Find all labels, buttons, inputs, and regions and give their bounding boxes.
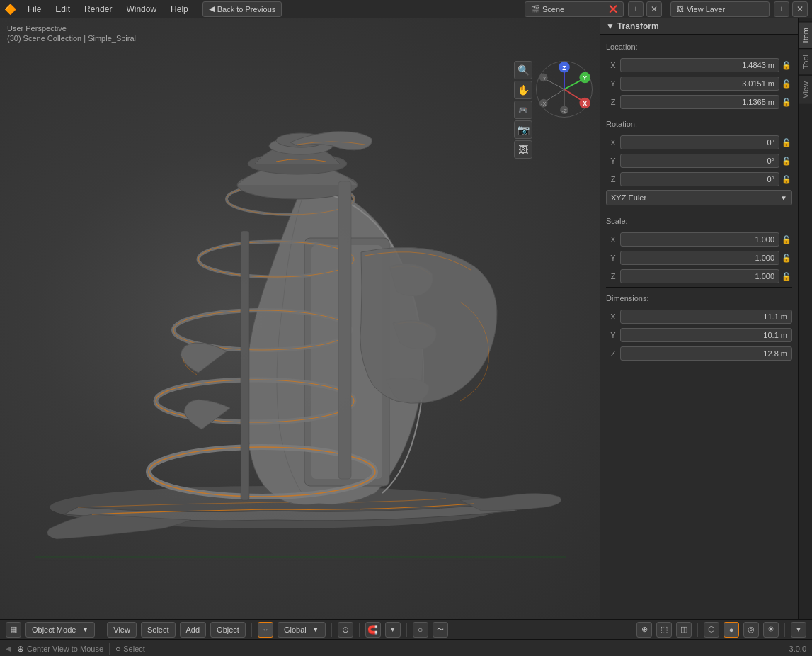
separator-3 (331, 623, 332, 637)
wireframe-btn[interactable]: ⬡ (704, 622, 719, 638)
transform-header[interactable]: ▼ Transform (600, 18, 798, 35)
proportional-toggle[interactable]: ○ (413, 622, 428, 638)
dim-x-row: X 11.1 m (606, 309, 792, 324)
svg-text:-Z: -Z (561, 108, 567, 114)
loc-z-input[interactable]: 1.1365 m (620, 95, 779, 109)
transform-orient-selector[interactable]: Global ▼ (278, 622, 326, 638)
loc-y-lock[interactable]: 🔓 (781, 79, 792, 89)
rot-z-input[interactable]: 0° (620, 172, 779, 186)
rendered-btn[interactable]: ☀ (763, 622, 779, 638)
rot-z-lock[interactable]: 🔓 (781, 175, 792, 184)
viewport-overlays-btn[interactable]: ⬚ (656, 622, 672, 638)
view-layer-add-icon: + (779, 4, 784, 14)
view-layer-close-btn[interactable]: ✕ (792, 1, 808, 17)
scale-z-lock[interactable]: 🔓 (781, 272, 792, 281)
view-layer-selector[interactable]: 🖼 View Layer (670, 1, 770, 17)
center-view-shortcut: ⊕ Center View to Mouse (17, 644, 103, 654)
rotation-mode-select[interactable]: XYZ Euler ▼ (606, 190, 792, 205)
menu-window[interactable]: Window (120, 3, 162, 16)
tool-camera[interactable]: 📷 (514, 120, 532, 139)
rotation-x-row: X 0° 🔓 (606, 135, 792, 150)
solid-btn[interactable]: ● (724, 622, 739, 638)
scene-arrow: ❌ (609, 5, 617, 13)
loc-z-lock[interactable]: 🔓 (781, 98, 792, 107)
view-layer-add-btn[interactable]: + (774, 1, 789, 17)
dim-x-input[interactable]: 11.1 m (620, 310, 792, 324)
tool-zoom-in[interactable]: 🔍 (514, 61, 532, 79)
mode-icon[interactable]: ▦ (6, 622, 21, 638)
shading-options-icon: ▼ (795, 626, 802, 633)
menu-edit[interactable]: Edit (50, 3, 76, 16)
scale-x-input[interactable]: 1.000 (620, 232, 779, 247)
title-bar: 🔶 File Edit Render Window Help ◀ Back to… (0, 0, 812, 18)
select-menu[interactable]: Select (141, 622, 176, 638)
snap-toggle[interactable]: 🧲 (365, 622, 381, 638)
gizmo-circle[interactable]: Z Y X -X (536, 61, 593, 118)
panel-resize-handle[interactable] (600, 18, 600, 619)
tool-render-preview[interactable]: 🖼 (514, 140, 532, 159)
scale-y-lock[interactable]: 🔓 (781, 254, 792, 263)
scale-y-input[interactable]: 1.000 (620, 251, 779, 265)
rotation-mode-label: XYZ Euler (611, 193, 646, 202)
3d-viewport[interactable]: User Perspective (30) Scene Collection |… (0, 18, 600, 619)
material-preview-btn[interactable]: ◎ (743, 622, 759, 638)
add-menu[interactable]: Add (180, 622, 207, 638)
svg-line-36 (545, 89, 564, 102)
tab-tool[interactable]: Tool (799, 48, 813, 74)
blender-logo: 🔶 (4, 4, 16, 15)
location-x-row: X 1.4843 m 🔓 (606, 57, 792, 73)
rot-y-label: Y (606, 157, 620, 165)
orient-arrow: ▼ (312, 626, 319, 633)
rotation-y-row: Y 0° 🔓 (606, 153, 792, 169)
rot-z-label: Z (606, 175, 620, 183)
tab-view[interactable]: View (799, 75, 813, 104)
snap-settings[interactable]: ▼ (385, 622, 401, 638)
dim-y-input[interactable]: 10.1 m (620, 328, 792, 342)
dim-z-input[interactable]: 12.8 m (620, 346, 792, 361)
back-to-previous-button[interactable]: ◀ Back to Previous (202, 1, 282, 17)
menu-file[interactable]: File (22, 3, 47, 16)
loc-x-input[interactable]: 1.4843 m (620, 58, 779, 72)
rot-y-input[interactable]: 0° (620, 154, 779, 168)
svg-rect-17 (338, 181, 351, 479)
viewport-overlays-icon: ⬚ (661, 625, 668, 634)
transform-gizmo-toggle[interactable]: ↔ (258, 622, 273, 638)
viewport-gizmos-btn[interactable]: ⊕ (636, 622, 652, 638)
scale-x-lock[interactable]: 🔓 (781, 235, 792, 244)
rotation-section-label: Rotation: (606, 120, 637, 128)
proportional-settings[interactable]: 〜 (433, 622, 448, 638)
viewport-xray-btn[interactable]: ◫ (676, 622, 692, 638)
loc-y-input[interactable]: 3.0151 m (620, 77, 779, 91)
tool-orbit[interactable]: 🎮 (514, 101, 532, 119)
tool-pan[interactable]: ✋ (514, 81, 532, 99)
rotation-label-row: Rotation: (606, 116, 792, 132)
location-y-row: Y 3.0151 m 🔓 (606, 76, 792, 91)
loc-x-lock[interactable]: 🔓 (781, 61, 792, 70)
object-mode-selector[interactable]: Object Mode ▼ (25, 622, 95, 638)
scene-close-btn[interactable]: ✕ (646, 1, 662, 17)
object-menu[interactable]: Object (210, 622, 246, 638)
scene-add-btn[interactable]: + (628, 1, 644, 17)
scale-y-row: Y 1.000 🔓 (606, 250, 792, 266)
scale-x-label: X (606, 235, 620, 244)
scale-z-input[interactable]: 1.000 (620, 269, 779, 283)
scene-selector[interactable]: 🎬 Scene ❌ (525, 1, 624, 17)
view-menu[interactable]: View (107, 622, 137, 638)
scale-z-row: Z 1.000 🔓 (606, 268, 792, 284)
rot-y-lock[interactable]: 🔓 (781, 157, 792, 166)
tab-item[interactable]: Item (799, 21, 813, 48)
menu-render[interactable]: Render (79, 3, 118, 16)
scale-x-row: X 1.000 🔓 (606, 232, 792, 247)
rot-x-lock[interactable]: 🔓 (781, 138, 792, 147)
rot-x-input[interactable]: 0° (620, 135, 779, 149)
shading-options-btn[interactable]: ▼ (791, 622, 806, 638)
viewport[interactable]: User Perspective (30) Scene Collection |… (0, 18, 600, 619)
pivot-selector[interactable]: ⊙ (338, 622, 353, 638)
view-layer-icon: 🖼 (677, 5, 684, 13)
separator-7 (784, 623, 785, 637)
menu-help[interactable]: Help (165, 3, 194, 16)
viewport-tools: 🔍 ✋ 🎮 📷 🖼 (514, 61, 532, 159)
material-preview-icon: ◎ (748, 625, 755, 634)
navigation-gizmo[interactable]: Z Y X -X (536, 61, 593, 118)
dimensions-section-label: Dimensions: (606, 294, 649, 302)
